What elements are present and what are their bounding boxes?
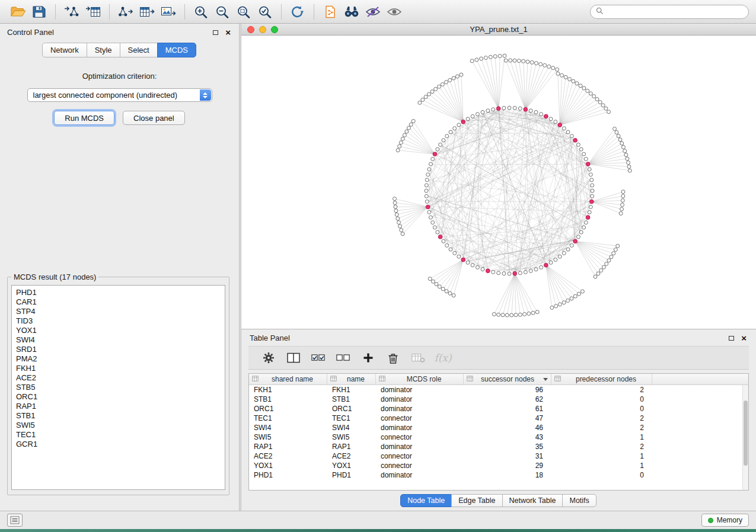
apply-layout-icon[interactable] [287,3,308,21]
result-node-item[interactable]: RAP1 [16,402,221,411]
result-node-item[interactable]: PMA2 [16,354,221,364]
show-all-icon[interactable] [384,3,405,21]
tab-network-table[interactable]: Network Table [502,494,563,507]
delete-row-icon[interactable] [385,350,401,366]
table-row[interactable]: RAP1RAP1dominator352 [249,442,742,451]
table-row[interactable]: YOX1YOX1connector291 [249,461,742,470]
memory-button[interactable]: Memory [701,514,749,527]
column-attr-icon [252,375,259,383]
column-header-MCDS-role[interactable]: MCDS role [376,374,464,384]
cell-name: YOX1 [327,462,376,470]
deselect-all-icon[interactable] [335,350,352,366]
window-close-icon[interactable] [247,26,254,33]
tab-node-table[interactable]: Node Table [400,494,452,507]
cell-predecessor-nodes: 2 [551,414,652,422]
select-all-icon[interactable] [310,350,327,366]
scrollbar-thumb[interactable] [744,400,748,466]
column-header-predecessor-nodes[interactable]: predecessor nodes [551,374,652,384]
export-table-icon[interactable] [136,3,158,21]
window-minimize-icon[interactable] [259,26,266,33]
column-header-successor-nodes[interactable]: successor nodes [464,374,551,384]
toolbar-separator [109,4,110,20]
result-node-item[interactable]: FKH1 [16,364,221,373]
cell-MCDS-role: connector [376,414,464,422]
search-input[interactable] [607,7,743,16]
zoom-out-icon[interactable] [212,3,233,21]
result-node-item[interactable]: STP4 [16,307,221,316]
network-canvas[interactable] [241,36,756,329]
network-titlebar[interactable]: YPA_prune.txt_1 [241,24,756,36]
toolbar-separator [184,4,185,20]
result-node-item[interactable]: SWI4 [16,335,221,345]
export-image-icon[interactable] [158,3,179,21]
column-attr-icon [467,375,473,383]
result-node-item[interactable]: CAR1 [16,297,221,307]
result-node-item[interactable]: ACE2 [16,373,221,383]
function-builder-icon[interactable]: f(x) [435,350,451,366]
open-session-icon[interactable] [7,3,28,21]
result-node-item[interactable]: PHD1 [16,288,221,297]
first-neighbors-icon[interactable] [341,3,362,21]
result-node-item[interactable]: YOX1 [16,326,221,335]
tab-select[interactable]: Select [120,43,158,57]
table-row[interactable]: ORC1ORC1dominator610 [249,404,742,414]
table-row[interactable]: ACE2ACE2connector311 [249,451,742,461]
zoom-in-icon[interactable] [190,3,212,21]
result-node-item[interactable]: STB5 [16,383,221,392]
result-node-item[interactable]: SWI5 [16,421,221,430]
close-panel-icon[interactable]: × [225,30,231,36]
result-node-item[interactable]: STB1 [16,411,221,421]
zoom-selected-icon[interactable] [254,3,276,21]
result-node-item[interactable]: ORC1 [16,392,221,402]
float-panel-icon[interactable] [213,30,218,35]
table-header-row: shared namenameMCDS rolesuccessor nodesp… [249,374,748,385]
zoom-fit-icon[interactable] [233,3,254,21]
table-scrollbar[interactable] [742,385,748,490]
close-table-panel-icon[interactable]: × [741,335,747,341]
tab-motifs[interactable]: Motifs [562,494,596,507]
hide-selected-icon[interactable] [362,3,384,21]
float-table-panel-icon[interactable] [729,336,734,341]
table-row[interactable]: SWI5SWI5connector431 [249,432,742,442]
delete-table-icon[interactable] [410,350,426,366]
table-row[interactable]: SWI4SWI4dominator462 [249,423,742,432]
table-row[interactable]: PHD1PHD1dominator180 [249,470,742,480]
tab-edge-table[interactable]: Edge Table [451,494,502,507]
control-panel-header: Control Panel × [0,24,239,39]
table-panel-title: Table Panel [250,334,290,342]
import-network-icon[interactable] [61,3,82,21]
toolbar-separator [314,4,314,20]
show-panels-button[interactable] [7,514,23,527]
window-zoom-icon[interactable] [271,26,278,33]
node-table: shared namenameMCDS rolesuccessor nodesp… [248,373,749,491]
import-table-icon[interactable] [82,3,104,21]
table-settings-icon[interactable] [260,350,277,366]
share-document-icon[interactable] [320,3,341,21]
table-row[interactable]: STB1STB1dominator620 [249,395,742,404]
column-label: successor nodes [476,375,540,383]
export-network-icon[interactable] [115,3,136,21]
criterion-select[interactable]: largest connected component (undirected) [27,88,212,102]
result-node-item[interactable]: TID3 [16,316,221,326]
result-node-item[interactable]: TEC1 [16,430,221,440]
table-row[interactable]: FKH1FKH1dominator962 [249,385,742,395]
tab-network[interactable]: Network [42,43,87,57]
column-header-name[interactable]: name [327,374,376,384]
column-header-shared-name[interactable]: shared name [249,374,327,384]
search-box[interactable] [590,5,749,19]
tab-mcds[interactable]: MCDS [157,43,196,57]
result-node-item[interactable]: SRD1 [16,345,221,354]
save-session-icon[interactable] [28,3,50,21]
result-node-item[interactable]: GCR1 [16,440,221,449]
mcds-result-list[interactable]: PHD1CAR1STP4TID3YOX1SWI4SRD1PMA2FKH1ACE2… [11,285,225,490]
mcds-result-title: MCDS result (17 nodes) [11,273,98,281]
network-graph[interactable] [241,36,756,329]
tab-style[interactable]: Style [87,43,120,57]
cell-shared-name: YOX1 [249,462,327,470]
table-row[interactable]: TEC1TEC1connector472 [249,414,742,423]
close-panel-button[interactable]: Close panel [123,111,185,125]
show-columns-icon[interactable] [285,350,302,366]
status-bar: Memory [0,511,756,529]
add-row-icon[interactable] [360,350,377,366]
run-mcds-button[interactable]: Run MCDS [54,111,114,125]
